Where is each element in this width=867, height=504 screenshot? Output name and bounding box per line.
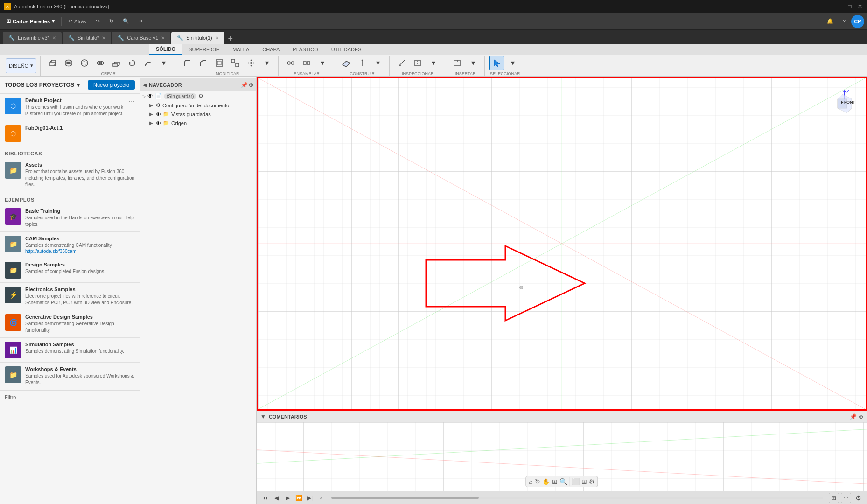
project-card-fabdig[interactable]: ⬡ FabDig01-Act.1 — [0, 121, 140, 146]
notification-button[interactable]: 🔔 — [823, 15, 837, 28]
construct-axis-btn[interactable] — [355, 56, 370, 70]
inspect-section-btn[interactable] — [410, 56, 425, 70]
cam-link[interactable]: http://autode.sk/f360cam — [25, 249, 135, 254]
design-samples-card[interactable]: 📁 Design Samples Samples of completed Fu… — [0, 258, 140, 283]
tab-0[interactable]: 🔧 Ensamble v3* ✕ — [3, 32, 62, 44]
tab-3[interactable]: 🔧 Sin titulo(1) ✕ — [171, 32, 224, 44]
construct-dropdown[interactable]: ▾ — [371, 56, 385, 70]
toolbar-tab-malla[interactable]: MALLA — [226, 44, 256, 55]
select-cursor-btn[interactable] — [489, 56, 504, 70]
insert-dropdown[interactable]: ▾ — [466, 56, 481, 70]
timeline-marker-btn[interactable]: ⬦ — [316, 493, 326, 503]
create-box-btn[interactable] — [45, 56, 60, 70]
tree-settings-icon[interactable]: ⚙ — [198, 93, 203, 99]
timeline-play-btn[interactable]: ▶ — [283, 493, 292, 503]
toolbar-tab-plastico[interactable]: PLÁSTICO — [286, 44, 324, 55]
help-button[interactable]: ? — [839, 15, 849, 28]
new-project-button[interactable]: Nuevo proyecto — [88, 80, 135, 90]
modify-dropdown[interactable]: ▾ — [259, 56, 274, 70]
assemble-joint-btn[interactable] — [283, 56, 298, 70]
tab-icon-0: 🔧 — [8, 35, 15, 41]
assemble-rigid-btn[interactable] — [299, 56, 314, 70]
viewport-zoom-btn[interactable]: 🔍 — [559, 477, 567, 486]
create-cylinder-btn[interactable] — [61, 56, 76, 70]
assemble-dropdown[interactable]: ▾ — [315, 56, 330, 70]
user-menu[interactable]: ⊞ Carlos Paredes ▾ — [3, 15, 58, 28]
create-extrude-btn[interactable] — [109, 56, 124, 70]
assets-card[interactable]: 📁 Assets Project that contains assets us… — [0, 158, 140, 192]
viewport-grid-toggle-btn[interactable]: ⊞ — [581, 477, 587, 486]
tab-1[interactable]: 🔧 Sin titulo* ✕ — [63, 32, 111, 44]
viewport-3d[interactable]: Z FRONT — [257, 77, 867, 411]
maximize-button[interactable]: □ — [846, 3, 853, 10]
viewport-home-btn[interactable]: ⌂ — [529, 477, 532, 486]
tab-close-1[interactable]: ✕ — [102, 35, 105, 41]
modify-scale-btn[interactable] — [228, 56, 243, 70]
tree-item-origin[interactable]: ▶ 👁 📁 Origen — [140, 119, 256, 127]
simulation-card[interactable]: 📊 Simulation Samples Samples demonstrati… — [0, 338, 140, 363]
viewport-display-btn[interactable]: ⬜ — [572, 477, 580, 486]
viewport-fit-btn[interactable]: ⊞ — [552, 477, 558, 486]
tab-close-0[interactable]: ✕ — [52, 35, 56, 41]
navigator-expand-btn[interactable]: ⊕ — [249, 82, 253, 88]
modify-chamfer-btn[interactable] — [196, 56, 211, 70]
project-card-default[interactable]: ⬡ Default Project This comes with Fusion… — [0, 94, 140, 121]
create-dropdown[interactable]: ▾ — [156, 56, 171, 70]
generative-design-card[interactable]: 🌀 Generative Design Samples Samples demo… — [0, 310, 140, 338]
electronics-samples-card[interactable]: ⚡ Electronics Samples Electronic project… — [0, 283, 140, 310]
close-search-button[interactable]: ✕ — [135, 15, 147, 28]
navigator-collapse-btn[interactable]: ◀ — [143, 82, 147, 88]
toolbar-tab-chapa[interactable]: CHAPA — [256, 44, 286, 55]
timeline-view-btn[interactable]: ⊞ — [829, 493, 839, 503]
tree-item-views[interactable]: ▶ 👁 📁 Vistas guardadas — [140, 110, 256, 119]
cam-samples-card[interactable]: 📁 CAM Samples Samples demonstrating CAM … — [0, 232, 140, 258]
timeline-track[interactable] — [331, 497, 823, 499]
bottom-viewport[interactable]: ⌂ ↻ ✋ ⊞ 🔍 ⬜ ⊞ ⚙ — [257, 422, 867, 491]
modify-shell-btn[interactable] — [212, 56, 227, 70]
comments-expand-btn[interactable]: ⊕ — [859, 413, 863, 420]
tree-item-config[interactable]: ▶ ⚙ Configuración del documento — [140, 101, 256, 110]
add-tab-button[interactable]: + — [225, 34, 236, 44]
modify-move-btn[interactable] — [244, 56, 259, 70]
viewport-pan-btn[interactable]: ✋ — [542, 477, 550, 486]
create-revolve-btn[interactable] — [125, 56, 140, 70]
viewport-orbit-btn[interactable]: ↻ — [535, 477, 540, 486]
toolbar-tab-superficie[interactable]: SUPERFICIE — [182, 44, 226, 55]
timeline-start-btn[interactable]: ⏮ — [260, 493, 270, 503]
refresh-button[interactable]: ↻ — [105, 15, 117, 28]
inspect-measure-btn[interactable] — [394, 56, 409, 70]
forward-button[interactable]: ↪ — [92, 15, 104, 28]
tab-2[interactable]: 🔧 Cara Base v1 ✕ — [112, 32, 170, 44]
tab-close-2[interactable]: ✕ — [161, 35, 165, 41]
create-torus-btn[interactable] — [93, 56, 108, 70]
create-sphere-btn[interactable] — [77, 56, 92, 70]
comments-collapse-btn[interactable]: ▼ — [260, 413, 266, 420]
avatar[interactable]: CP — [851, 15, 864, 28]
tab-close-3[interactable]: ✕ — [215, 35, 219, 41]
toolbar-tab-solido[interactable]: SÓLIDO — [149, 44, 182, 55]
insert-canvas-btn[interactable] — [450, 56, 465, 70]
viewport-settings-btn[interactable]: ⚙ — [589, 477, 595, 486]
timeline-end-btn[interactable]: ▶| — [305, 493, 315, 503]
tree-root[interactable]: ▷ 👁 📄 (Sin guardar) ⚙ — [140, 91, 256, 101]
modify-fillet-btn[interactable] — [180, 56, 195, 70]
workspace-selector[interactable]: DISEÑO ▾ — [6, 58, 36, 73]
navigator-pin-btn[interactable]: 📌 — [241, 82, 248, 88]
minimize-button[interactable]: ─ — [836, 3, 843, 10]
select-dropdown[interactable]: ▾ — [505, 56, 520, 70]
basic-training-card[interactable]: 🎓 Basic Training Samples used in the Han… — [0, 204, 140, 232]
timeline-next-btn[interactable]: ⏩ — [294, 493, 303, 503]
construct-plane-btn[interactable] — [339, 56, 354, 70]
timeline-settings-btn[interactable]: ⚙ — [853, 493, 863, 503]
toolbar-tab-utilidades[interactable]: UTILIDADES — [325, 44, 368, 55]
search-button[interactable]: 🔍 — [119, 15, 133, 28]
close-button[interactable]: ✕ — [857, 3, 863, 10]
timeline-prev-btn[interactable]: ◀ — [272, 493, 281, 503]
back-button[interactable]: ↩ Atrás — [64, 15, 90, 28]
create-sweep-btn[interactable] — [140, 56, 155, 70]
timeline-options-btn[interactable]: ⋯ — [841, 493, 851, 503]
comments-pin-btn[interactable]: 📌 — [850, 413, 857, 420]
project-more-icon[interactable]: ⋯ — [128, 98, 135, 105]
workshops-card[interactable]: 📁 Workshops & Events Samples used for Au… — [0, 363, 140, 390]
inspect-dropdown[interactable]: ▾ — [426, 56, 441, 70]
